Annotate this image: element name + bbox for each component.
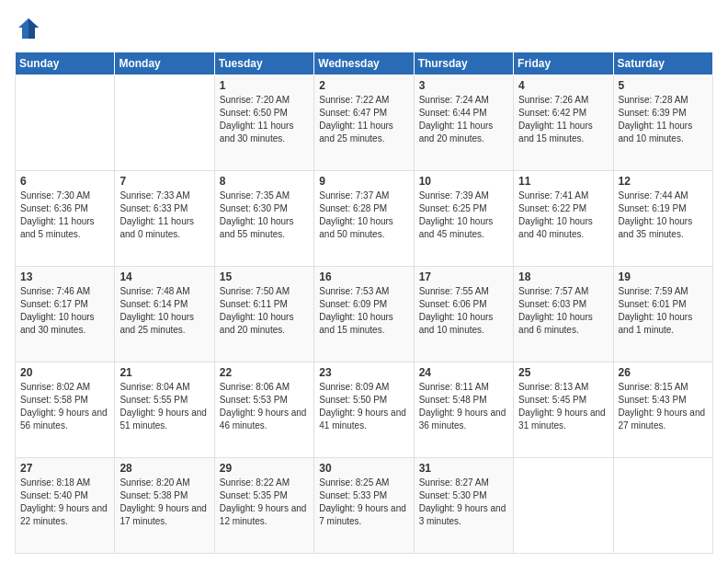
day-number: 25	[518, 366, 608, 379]
day-info: Sunrise: 7:48 AMSunset: 6:14 PMDaylight:…	[119, 285, 209, 337]
day-number: 14	[119, 270, 209, 283]
day-number: 7	[119, 175, 209, 188]
day-info: Sunrise: 7:41 AMSunset: 6:22 PMDaylight:…	[518, 190, 608, 241]
weekday-header: Wednesday	[314, 52, 414, 75]
calendar-cell: 24Sunrise: 8:11 AMSunset: 5:48 PMDayligh…	[414, 362, 513, 458]
calendar-cell: 5Sunrise: 7:28 AMSunset: 6:39 PMDaylight…	[613, 75, 712, 171]
calendar-cell: 20Sunrise: 8:02 AMSunset: 5:58 PMDayligh…	[16, 362, 115, 458]
day-number: 29	[220, 462, 309, 475]
calendar-week-row: 13Sunrise: 7:46 AMSunset: 6:17 PMDayligh…	[16, 267, 713, 362]
day-info: Sunrise: 7:26 AMSunset: 6:42 PMDaylight:…	[518, 94, 608, 145]
calendar-cell: 28Sunrise: 8:20 AMSunset: 5:38 PMDayligh…	[115, 458, 214, 554]
day-number: 27	[20, 462, 109, 475]
day-info: Sunrise: 8:25 AMSunset: 5:33 PMDaylight:…	[319, 477, 408, 528]
day-number: 17	[419, 270, 508, 283]
day-number: 3	[419, 79, 508, 92]
weekday-header: Saturday	[613, 52, 712, 75]
day-info: Sunrise: 7:55 AMSunset: 6:06 PMDaylight:…	[419, 285, 508, 337]
day-number: 10	[419, 175, 508, 188]
calendar-week-row: 6Sunrise: 7:30 AMSunset: 6:36 PMDaylight…	[16, 171, 713, 267]
weekday-header: Tuesday	[214, 52, 313, 75]
calendar-cell: 14Sunrise: 7:48 AMSunset: 6:14 PMDayligh…	[115, 267, 214, 362]
day-number: 6	[20, 175, 109, 188]
day-number: 31	[419, 462, 508, 475]
day-info: Sunrise: 8:04 AMSunset: 5:55 PMDaylight:…	[119, 381, 209, 432]
calendar-cell	[613, 458, 712, 554]
calendar-cell: 13Sunrise: 7:46 AMSunset: 6:17 PMDayligh…	[16, 267, 115, 362]
calendar-cell: 31Sunrise: 8:27 AMSunset: 5:30 PMDayligh…	[414, 458, 513, 554]
day-info: Sunrise: 7:37 AMSunset: 6:28 PMDaylight:…	[319, 190, 408, 241]
calendar-cell: 6Sunrise: 7:30 AMSunset: 6:36 PMDaylight…	[16, 171, 115, 267]
calendar-cell: 16Sunrise: 7:53 AMSunset: 6:09 PMDayligh…	[314, 267, 414, 362]
day-info: Sunrise: 7:39 AMSunset: 6:25 PMDaylight:…	[419, 190, 508, 241]
calendar-cell: 29Sunrise: 8:22 AMSunset: 5:35 PMDayligh…	[214, 458, 313, 554]
day-info: Sunrise: 7:44 AMSunset: 6:19 PMDaylight:…	[619, 190, 708, 241]
day-number: 2	[319, 79, 408, 92]
day-number: 22	[220, 366, 309, 379]
calendar-cell: 11Sunrise: 7:41 AMSunset: 6:22 PMDayligh…	[514, 171, 613, 267]
day-number: 11	[518, 175, 608, 188]
day-info: Sunrise: 7:59 AMSunset: 6:01 PMDaylight:…	[619, 285, 708, 337]
day-info: Sunrise: 7:53 AMSunset: 6:09 PMDaylight:…	[319, 285, 408, 337]
day-info: Sunrise: 8:15 AMSunset: 5:43 PMDaylight:…	[619, 381, 708, 432]
day-number: 30	[319, 462, 408, 475]
calendar-cell: 8Sunrise: 7:35 AMSunset: 6:30 PMDaylight…	[214, 171, 313, 267]
day-info: Sunrise: 8:13 AMSunset: 5:45 PMDaylight:…	[518, 381, 608, 432]
day-info: Sunrise: 7:22 AMSunset: 6:47 PMDaylight:…	[319, 94, 408, 145]
calendar-cell: 10Sunrise: 7:39 AMSunset: 6:25 PMDayligh…	[414, 171, 513, 267]
day-info: Sunrise: 8:09 AMSunset: 5:50 PMDaylight:…	[319, 381, 408, 432]
day-info: Sunrise: 8:02 AMSunset: 5:58 PMDaylight:…	[20, 381, 109, 432]
calendar-cell: 19Sunrise: 7:59 AMSunset: 6:01 PMDayligh…	[613, 267, 712, 362]
day-info: Sunrise: 8:11 AMSunset: 5:48 PMDaylight:…	[419, 381, 508, 432]
day-number: 5	[619, 79, 708, 92]
calendar-cell	[16, 75, 115, 171]
calendar-cell: 12Sunrise: 7:44 AMSunset: 6:19 PMDayligh…	[613, 171, 712, 267]
calendar-cell: 2Sunrise: 7:22 AMSunset: 6:47 PMDaylight…	[314, 75, 414, 171]
calendar-cell: 7Sunrise: 7:33 AMSunset: 6:33 PMDaylight…	[115, 171, 214, 267]
calendar-week-row: 27Sunrise: 8:18 AMSunset: 5:40 PMDayligh…	[16, 458, 713, 554]
day-info: Sunrise: 7:30 AMSunset: 6:36 PMDaylight:…	[20, 190, 109, 241]
day-info: Sunrise: 8:20 AMSunset: 5:38 PMDaylight:…	[119, 477, 209, 528]
day-info: Sunrise: 7:35 AMSunset: 6:30 PMDaylight:…	[220, 190, 309, 241]
calendar-cell: 22Sunrise: 8:06 AMSunset: 5:53 PMDayligh…	[214, 362, 313, 458]
calendar-cell: 30Sunrise: 8:25 AMSunset: 5:33 PMDayligh…	[314, 458, 414, 554]
logo-icon	[15, 15, 42, 42]
day-info: Sunrise: 7:46 AMSunset: 6:17 PMDaylight:…	[20, 285, 109, 337]
calendar-cell: 23Sunrise: 8:09 AMSunset: 5:50 PMDayligh…	[314, 362, 414, 458]
day-number: 24	[419, 366, 508, 379]
weekday-header: Friday	[514, 52, 613, 75]
calendar-cell: 18Sunrise: 7:57 AMSunset: 6:03 PMDayligh…	[514, 267, 613, 362]
day-number: 23	[319, 366, 408, 379]
svg-marker-1	[28, 18, 39, 39]
calendar-cell: 17Sunrise: 7:55 AMSunset: 6:06 PMDayligh…	[414, 267, 513, 362]
calendar-week-row: 20Sunrise: 8:02 AMSunset: 5:58 PMDayligh…	[16, 362, 713, 458]
day-number: 18	[518, 270, 608, 283]
day-number: 9	[319, 175, 408, 188]
calendar-cell: 21Sunrise: 8:04 AMSunset: 5:55 PMDayligh…	[115, 362, 214, 458]
day-info: Sunrise: 8:06 AMSunset: 5:53 PMDaylight:…	[220, 381, 309, 432]
day-number: 4	[518, 79, 608, 92]
day-info: Sunrise: 8:27 AMSunset: 5:30 PMDaylight:…	[419, 477, 508, 528]
day-number: 19	[619, 270, 708, 283]
calendar-table: SundayMondayTuesdayWednesdayThursdayFrid…	[15, 52, 713, 554]
calendar-week-row: 1Sunrise: 7:20 AMSunset: 6:50 PMDaylight…	[16, 75, 713, 171]
calendar-cell: 1Sunrise: 7:20 AMSunset: 6:50 PMDaylight…	[214, 75, 313, 171]
weekday-header: Sunday	[16, 52, 115, 75]
calendar-cell	[115, 75, 214, 171]
logo	[15, 15, 46, 42]
day-info: Sunrise: 7:20 AMSunset: 6:50 PMDaylight:…	[220, 94, 309, 145]
day-number: 15	[220, 270, 309, 283]
calendar-cell: 9Sunrise: 7:37 AMSunset: 6:28 PMDaylight…	[314, 171, 414, 267]
calendar-header-row: SundayMondayTuesdayWednesdayThursdayFrid…	[16, 52, 713, 75]
weekday-header: Thursday	[414, 52, 513, 75]
calendar-cell: 15Sunrise: 7:50 AMSunset: 6:11 PMDayligh…	[214, 267, 313, 362]
day-number: 13	[20, 270, 109, 283]
day-number: 21	[119, 366, 209, 379]
day-info: Sunrise: 7:28 AMSunset: 6:39 PMDaylight:…	[619, 94, 708, 145]
calendar-cell	[514, 458, 613, 554]
calendar-body: 1Sunrise: 7:20 AMSunset: 6:50 PMDaylight…	[16, 75, 713, 554]
calendar-cell: 27Sunrise: 8:18 AMSunset: 5:40 PMDayligh…	[16, 458, 115, 554]
day-info: Sunrise: 7:50 AMSunset: 6:11 PMDaylight:…	[220, 285, 309, 337]
day-info: Sunrise: 8:18 AMSunset: 5:40 PMDaylight:…	[20, 477, 109, 528]
day-number: 26	[619, 366, 708, 379]
